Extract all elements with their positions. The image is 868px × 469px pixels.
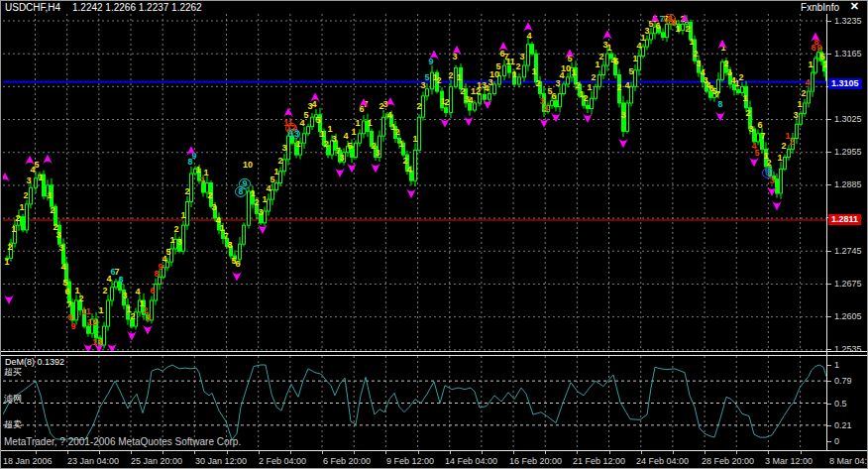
count-number-label: 3 xyxy=(58,243,63,253)
time-axis-tick xyxy=(131,451,132,454)
dem-axis-label: 1 xyxy=(834,360,839,370)
count-number-label: 2 xyxy=(789,137,794,147)
ohlc-quotes: 1.2242 1.2266 1.2237 1.2262 xyxy=(72,1,202,14)
count-number-label: 1 xyxy=(11,224,16,234)
time-axis-tick xyxy=(513,451,514,454)
price-axis-label: 1.3025 xyxy=(834,114,862,124)
price-axis-label: 1.2955 xyxy=(834,147,862,157)
count-number-label: 4 xyxy=(311,99,316,109)
count-number-label: 3 xyxy=(55,230,60,240)
count-number-label: 3 xyxy=(375,148,380,158)
count-number-label: 3 xyxy=(769,176,774,185)
count-number-label: 4 xyxy=(343,131,348,141)
candle-body xyxy=(30,187,33,204)
count-number-label: 2 xyxy=(738,72,743,82)
up-arrow-icon xyxy=(602,30,612,40)
mt4-chart-window: USDCHF,H4 1.2242 1.2266 1.2237 1.2262 Fx… xyxy=(0,0,868,469)
count-number-label: 5 xyxy=(424,72,429,82)
count-number-label: 1 xyxy=(262,194,267,204)
down-arrow-icon xyxy=(258,224,268,234)
candle-body xyxy=(190,174,193,201)
count-number-label: 8 xyxy=(717,99,722,109)
candle-body xyxy=(563,84,566,93)
dem-axis-tick xyxy=(827,381,831,382)
filter-label: 滤网 xyxy=(4,393,22,406)
count-number-label: 1 xyxy=(587,82,592,92)
count-number-label: 2 xyxy=(23,190,28,200)
count-number-label: 2 xyxy=(394,127,399,137)
price-axis-label: 1.2675 xyxy=(834,279,862,289)
candle-body xyxy=(757,134,760,142)
count-number-label: 2 xyxy=(173,224,178,234)
count-number-label: 2 xyxy=(781,141,786,151)
candle-body xyxy=(518,77,521,84)
candle-body xyxy=(264,211,267,223)
count-number-label: 1 xyxy=(195,165,200,175)
time-axis-tick xyxy=(259,451,260,454)
down-arrow-icon xyxy=(143,324,153,334)
dem-axis-label: 0.5 xyxy=(834,399,847,409)
count-number-label: 1 xyxy=(169,235,174,245)
count-number-label: 1 xyxy=(398,139,403,149)
count-number-label: 3 xyxy=(146,312,151,322)
time-axis-label: 9 Feb 12:00 xyxy=(386,456,434,466)
candle-body xyxy=(75,300,78,320)
candle-body xyxy=(812,72,814,91)
candle-body xyxy=(784,157,787,169)
axis-vertical-border xyxy=(826,14,827,450)
candle-body xyxy=(355,143,358,157)
count-number-label: 3 xyxy=(339,153,344,163)
time-axis-tick xyxy=(322,451,323,454)
count-number-label: 2 xyxy=(598,52,603,61)
count-number-label: 3 xyxy=(258,207,263,217)
time-axis-tick xyxy=(482,451,483,454)
candle-body xyxy=(508,65,511,72)
candle-body xyxy=(804,103,807,113)
up-arrow-icon xyxy=(283,107,293,117)
count-number-label: 5 xyxy=(754,148,759,158)
candle-body xyxy=(780,169,783,193)
count-number-label: 9 xyxy=(70,321,75,331)
demarker-axis: 10.790.50.210 xyxy=(827,356,868,450)
count-number-label: 3 xyxy=(211,202,216,212)
count-number-label: 5 xyxy=(628,66,633,76)
price-axis-tick xyxy=(827,349,831,350)
time-axis-label: 23 Jan 04:00 xyxy=(67,456,119,466)
candle-body xyxy=(788,149,791,157)
main-price-chart[interactable]: 1212123451122334567891211121312467831241… xyxy=(3,14,826,351)
candle-body xyxy=(642,47,645,56)
price-axis-label: 1.2745 xyxy=(834,246,862,256)
down-arrow-icon xyxy=(749,157,759,167)
candle-body xyxy=(551,101,554,106)
time-axis-tick xyxy=(609,451,610,454)
candle-body xyxy=(382,117,385,136)
count-number-label: 1 xyxy=(412,134,417,144)
count-number-label: 4 xyxy=(543,103,548,113)
candle-body xyxy=(595,86,597,98)
candle-body xyxy=(275,183,278,190)
candle-body xyxy=(484,94,487,99)
overbought-label: 超买 xyxy=(4,366,22,379)
count-number-label: 5 xyxy=(315,115,320,125)
time-axis-tick xyxy=(736,451,737,454)
candle-body xyxy=(115,282,118,288)
candle-body xyxy=(598,75,601,87)
count-number-label: 5 xyxy=(303,110,308,120)
demarker-line xyxy=(3,365,826,440)
count-number-label: 6 xyxy=(757,120,762,130)
count-number-label: 2 xyxy=(277,156,282,166)
close-icon[interactable]: ✕ xyxy=(850,0,859,13)
time-axis-tick xyxy=(354,451,355,454)
candle-body xyxy=(303,134,306,143)
count-number-label: 12 xyxy=(87,317,97,327)
candle-body xyxy=(634,70,637,87)
count-number-label: 1 xyxy=(777,153,782,163)
price-axis-tick xyxy=(827,251,831,252)
count-number-label: 2 xyxy=(616,82,621,92)
down-arrow-icon xyxy=(4,294,14,304)
candle-body xyxy=(776,179,779,193)
time-axis-label: 3 Mar 12:00 xyxy=(765,456,813,466)
count-number-label: 6 xyxy=(64,287,69,296)
time-axis-label: 24 Feb 04:00 xyxy=(636,456,689,466)
count-number-label: 2 xyxy=(7,242,12,252)
